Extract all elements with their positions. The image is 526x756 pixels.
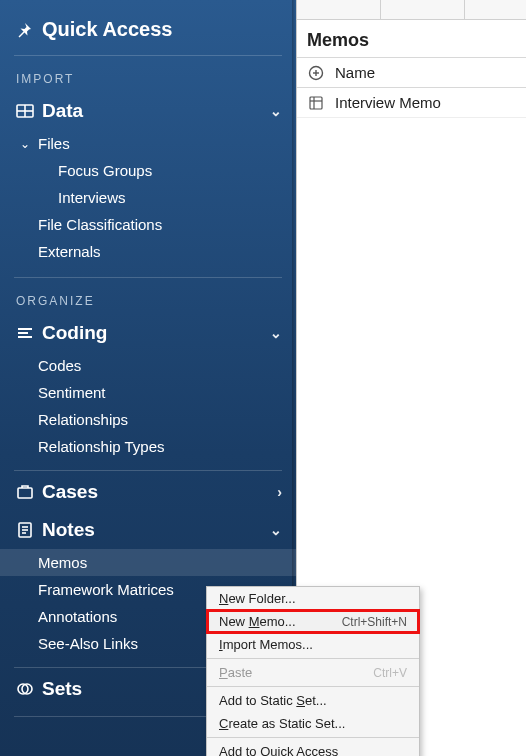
sidebar-item-externals[interactable]: Externals <box>0 238 296 265</box>
label: Relationships <box>38 411 128 428</box>
tab-placeholder <box>297 0 381 19</box>
category-notes-label: Notes <box>42 519 95 541</box>
label: Relationship Types <box>38 438 164 455</box>
label: Sentiment <box>38 384 106 401</box>
cases-icon <box>14 483 36 501</box>
panel-title: Memos <box>297 20 526 58</box>
chevron-right-icon: › <box>277 484 282 500</box>
label: Codes <box>38 357 81 374</box>
menu-accel: Ctrl+V <box>373 666 407 680</box>
chevron-down-icon: ⌄ <box>270 522 282 538</box>
menu-separator <box>207 658 419 659</box>
menu-label: Import Memos... <box>219 637 407 652</box>
sidebar-item-relationship-types[interactable]: Relationship Types <box>0 433 296 460</box>
category-cases[interactable]: Cases › <box>0 473 296 511</box>
menu-new-memo[interactable]: New Memo... Ctrl+Shift+N <box>207 610 419 633</box>
chevron-down-icon: ⌄ <box>270 103 282 119</box>
chevron-down-icon: ⌄ <box>270 325 282 341</box>
add-circle-icon <box>305 65 327 81</box>
import-section-label: IMPORT <box>0 58 296 92</box>
category-coding[interactable]: Coding ⌄ <box>0 314 296 352</box>
menu-label: Add to Quick Access <box>219 744 407 756</box>
chevron-down-icon: ⌄ <box>20 137 34 151</box>
category-data[interactable]: Data ⌄ <box>0 92 296 130</box>
divider <box>14 55 282 56</box>
category-data-label: Data <box>42 100 83 122</box>
divider <box>14 277 282 278</box>
menu-separator <box>207 737 419 738</box>
label: Focus Groups <box>58 162 152 179</box>
label: Memos <box>38 554 87 571</box>
menu-create-as-static-set[interactable]: Create as Static Set... <box>207 712 419 735</box>
quick-access-header[interactable]: Quick Access <box>0 12 296 53</box>
menu-import-memos[interactable]: Import Memos... <box>207 633 419 656</box>
menu-label: New Memo... <box>219 614 332 629</box>
sidebar-item-files[interactable]: ⌄ Files <box>0 130 296 157</box>
notes-icon <box>14 521 36 539</box>
column-header-label: Name <box>335 64 375 81</box>
sidebar-item-focus-groups[interactable]: Focus Groups <box>0 157 296 184</box>
memo-icon <box>305 95 327 111</box>
menu-label: Paste <box>219 665 363 680</box>
tab-placeholder <box>381 0 465 19</box>
svg-rect-6 <box>18 488 32 498</box>
label: Externals <box>38 243 101 260</box>
menu-paste: Paste Ctrl+V <box>207 661 419 684</box>
svg-rect-16 <box>310 97 322 109</box>
coding-icon <box>14 324 36 342</box>
sets-icon <box>14 680 36 698</box>
label: See-Also Links <box>38 635 138 652</box>
sidebar-item-memos[interactable]: Memos <box>0 549 296 576</box>
menu-label: New Folder... <box>219 591 407 606</box>
column-header-name[interactable]: Name <box>297 58 526 88</box>
category-notes[interactable]: Notes ⌄ <box>0 511 296 549</box>
menu-separator <box>207 686 419 687</box>
sidebar-item-file-classifications[interactable]: File Classifications <box>0 211 296 238</box>
label: Annotations <box>38 608 117 625</box>
quick-access-label: Quick Access <box>42 18 172 41</box>
label: Framework Matrices <box>38 581 174 598</box>
sidebar-item-sentiment[interactable]: Sentiment <box>0 379 296 406</box>
menu-label: Create as Static Set... <box>219 716 407 731</box>
category-coding-label: Coding <box>42 322 107 344</box>
category-cases-label: Cases <box>42 481 98 503</box>
menu-add-to-static-set[interactable]: Add to Static Set... <box>207 689 419 712</box>
tab-strip <box>297 0 526 20</box>
list-item-name: Interview Memo <box>335 94 441 111</box>
sidebar-item-relationships[interactable]: Relationships <box>0 406 296 433</box>
label: File Classifications <box>38 216 162 233</box>
data-icon <box>14 102 36 120</box>
sidebar-item-interviews[interactable]: Interviews <box>0 184 296 211</box>
organize-section-label: ORGANIZE <box>0 280 296 314</box>
list-item[interactable]: Interview Memo <box>297 88 526 118</box>
sidebar-item-codes[interactable]: Codes <box>0 352 296 379</box>
menu-accel: Ctrl+Shift+N <box>342 615 407 629</box>
context-menu: New Folder... New Memo... Ctrl+Shift+N I… <box>206 586 420 756</box>
label: Interviews <box>58 189 126 206</box>
files-label: Files <box>38 135 70 152</box>
menu-new-folder[interactable]: New Folder... <box>207 587 419 610</box>
category-sets-label: Sets <box>42 678 82 700</box>
menu-add-to-quick-access[interactable]: Add to Quick Access <box>207 740 419 756</box>
divider <box>14 470 282 471</box>
pin-icon <box>16 22 32 38</box>
menu-label: Add to Static Set... <box>219 693 407 708</box>
